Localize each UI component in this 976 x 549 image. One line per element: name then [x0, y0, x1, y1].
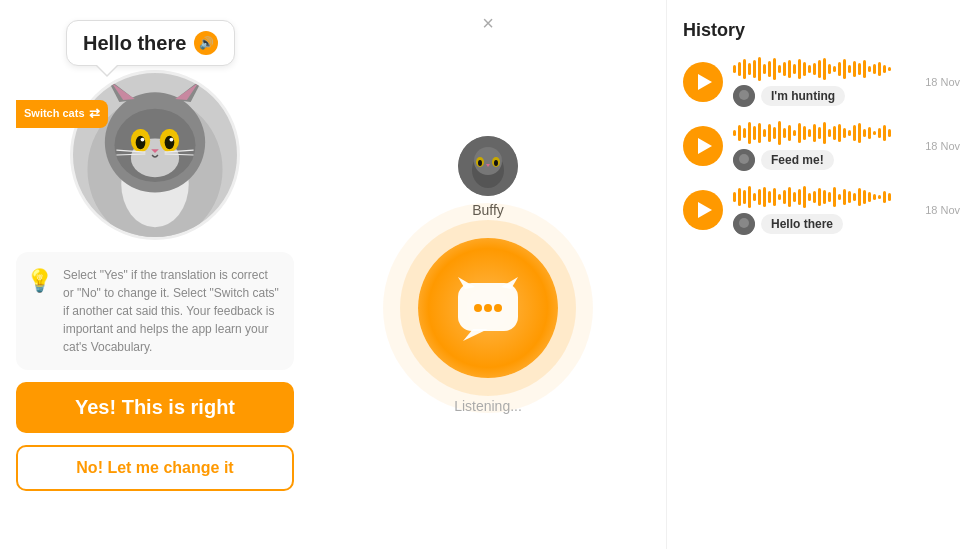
bar: [748, 63, 751, 75]
waveform-2: [733, 185, 915, 209]
bar: [778, 121, 781, 145]
bar: [798, 189, 801, 205]
bar: [858, 63, 861, 75]
bar: [813, 191, 816, 203]
history-label-1: Feed me!: [733, 149, 915, 171]
bar: [808, 193, 811, 201]
bar: [863, 60, 866, 78]
bar: [853, 125, 856, 141]
bar: [883, 125, 886, 141]
close-button[interactable]: ×: [482, 12, 494, 35]
mini-avatar-img-0: [733, 85, 755, 107]
history-title: History: [683, 20, 960, 41]
history-label-2: Hello there: [733, 213, 915, 235]
play-button-2[interactable]: [683, 190, 723, 230]
cat-section: Hello there 🔊 Switch cats ⇄: [16, 20, 294, 240]
bar: [768, 191, 771, 203]
bar: [798, 59, 801, 79]
bar: [823, 190, 826, 204]
history-date-2: 18 Nov: [925, 204, 960, 216]
svg-point-12: [165, 136, 175, 150]
bar: [833, 126, 836, 140]
bar: [828, 64, 831, 74]
play-triangle-2: [698, 202, 712, 218]
bar: [748, 186, 751, 208]
bar: [818, 127, 821, 139]
bar: [793, 64, 796, 74]
svg-point-26: [494, 160, 498, 166]
play-button-0[interactable]: [683, 62, 723, 102]
bar: [823, 122, 826, 144]
bar: [878, 195, 881, 199]
bar: [883, 191, 886, 203]
bar: [833, 66, 836, 72]
no-button[interactable]: No! Let me change it: [16, 445, 294, 491]
bar: [753, 126, 756, 140]
listen-button[interactable]: [418, 238, 558, 378]
bar: [788, 60, 791, 78]
bar: [743, 59, 746, 79]
svg-point-11: [136, 136, 146, 150]
bar: [843, 59, 846, 79]
bar: [803, 186, 806, 208]
history-date-1: 18 Nov: [925, 140, 960, 152]
play-button-1[interactable]: [683, 126, 723, 166]
waveform-0: [733, 57, 915, 81]
bar: [888, 193, 891, 201]
svg-marker-34: [463, 329, 488, 341]
svg-point-40: [739, 218, 749, 228]
bar: [858, 188, 861, 206]
play-triangle-0: [698, 74, 712, 90]
bar: [793, 192, 796, 202]
bar: [773, 127, 776, 139]
bar: [738, 125, 741, 141]
info-text: Select "Yes" if the translation is corre…: [63, 266, 280, 356]
bar: [838, 62, 841, 76]
bar: [778, 65, 781, 73]
mini-avatar-img-2: [733, 213, 755, 235]
bar: [733, 130, 736, 136]
mini-avatar-2: [733, 213, 755, 235]
history-date-0: 18 Nov: [925, 76, 960, 88]
bar: [813, 124, 816, 142]
bar: [808, 129, 811, 137]
bar: [758, 57, 761, 81]
svg-point-14: [169, 138, 173, 142]
yes-button[interactable]: Yes! This is right: [16, 382, 294, 433]
bar: [803, 62, 806, 76]
bar: [793, 130, 796, 136]
history-item-1: Feed me! 18 Nov: [683, 121, 960, 171]
svg-point-25: [478, 160, 482, 166]
bar: [848, 130, 851, 136]
cat-image: [73, 73, 237, 237]
bar: [798, 123, 801, 143]
bar: [838, 124, 841, 142]
bar: [738, 188, 741, 206]
bar: [843, 189, 846, 205]
bar: [888, 67, 891, 71]
bar: [808, 65, 811, 73]
sound-icon[interactable]: 🔊: [194, 31, 218, 55]
bubble-text: Hello there: [83, 32, 186, 55]
history-text-2: Hello there: [761, 214, 843, 234]
svg-point-33: [494, 304, 502, 312]
bar: [788, 125, 791, 141]
info-box: 💡 Select "Yes" if the translation is cor…: [16, 252, 294, 370]
bar: [748, 122, 751, 144]
mini-avatar-1: [733, 149, 755, 171]
bar: [783, 62, 786, 76]
buffy-avatar: [458, 136, 518, 196]
bar: [763, 129, 766, 137]
switch-cats-button[interactable]: Switch cats ⇄: [16, 100, 108, 128]
bar: [758, 189, 761, 205]
history-item-2: Hello there 18 Nov: [683, 185, 960, 235]
svg-point-32: [484, 304, 492, 312]
center-panel: × Buffy Listening...: [310, 0, 666, 549]
bar: [813, 63, 816, 75]
sound-symbol: 🔊: [199, 36, 214, 50]
bar: [733, 192, 736, 202]
speech-bubble: Hello there 🔊: [66, 20, 235, 66]
bar: [738, 62, 741, 76]
bar: [853, 61, 856, 77]
cat-chat-icon: [453, 273, 523, 343]
